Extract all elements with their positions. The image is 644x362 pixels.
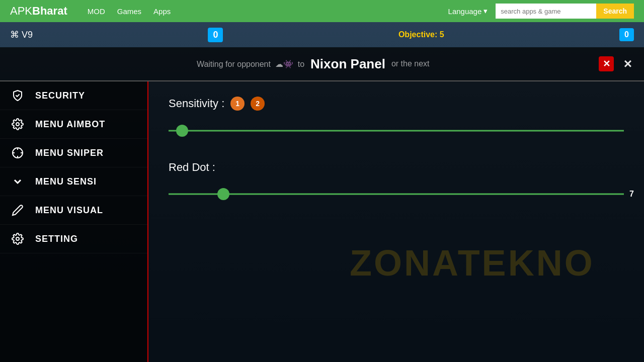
sidebar-item-security[interactable]: SECURITY [0, 81, 147, 110]
sidebar-label-menu-visual: MENU VISUAL [35, 205, 103, 216]
logo-apk: APK [10, 5, 32, 17]
hud-objective: Objective: 5 [398, 30, 444, 39]
sensitivity-section-label: Sensitivity : 1 2 [169, 97, 624, 111]
gear2-icon [10, 233, 25, 245]
nav-mod[interactable]: MOD [88, 7, 105, 16]
panel-header-right-text: or the next [391, 59, 447, 68]
sidebar-item-menu-aimbot[interactable]: MENU AIMBOT [0, 110, 147, 139]
panel-header: Waiting for opponent ☁👾 to Nixon Panel o… [0, 47, 644, 81]
sidebar-label-setting: SETTING [35, 234, 78, 244]
nav-links: MOD Games Apps [88, 7, 448, 16]
chevron-down-icon: ▾ [484, 7, 488, 16]
sidebar-label-menu-sniper: MENU SNIPER [35, 148, 104, 158]
logo: APKBharat [10, 5, 67, 18]
panel-header-left-text: Waiting for opponent ☁👾 to [197, 59, 304, 69]
sidebar-label-menu-sensi: MENU SENSI [35, 176, 97, 187]
red-dot-slider-track [169, 194, 624, 195]
red-dot-slider-container: 7 [169, 189, 624, 199]
sensitivity-slider-container [169, 126, 624, 136]
crosshair-icon [10, 147, 25, 159]
sidebar-label-menu-aimbot: MENU AIMBOT [35, 119, 105, 130]
hud-score-right: 0 [619, 28, 634, 41]
red-dot-label: Red Dot : [169, 161, 215, 174]
sidebar-item-setting[interactable]: SETTING [0, 225, 147, 253]
search-input[interactable] [496, 4, 596, 19]
sensitivity-badge-2: 2 [251, 97, 265, 111]
sensitivity-slider-track [169, 130, 624, 132]
hud-wifi-icon: ⌘ V9 [10, 29, 33, 40]
sidebar-item-menu-visual[interactable]: MENU VISUAL [0, 196, 147, 225]
main-content: ZONATEKNO Sensitivity : 1 2 Red Dot : 7 [148, 81, 644, 362]
panel-close-x-button[interactable]: ✕ [599, 56, 614, 71]
language-label: Language [448, 7, 482, 16]
sensitivity-badge-1: 1 [230, 97, 245, 111]
nav-games[interactable]: Games [117, 7, 141, 16]
search-bar: Search [496, 4, 634, 19]
language-dropdown[interactable]: Language ▾ [448, 7, 488, 16]
sidebar-item-menu-sniper[interactable]: MENU SNIPER [0, 139, 147, 167]
svg-point-6 [16, 237, 19, 240]
logo-bharat: Bharat [32, 5, 67, 17]
sidebar-item-menu-sensi[interactable]: MENU SENSI [0, 167, 147, 196]
gear-icon [10, 118, 25, 130]
sidebar-label-security: SECURITY [35, 90, 85, 101]
search-button[interactable]: Search [596, 4, 634, 19]
panel-title: Nixon Panel [310, 56, 385, 72]
nav-apps[interactable]: Apps [153, 7, 171, 16]
sensitivity-label: Sensitivity : [169, 97, 224, 110]
red-dot-slider-value: 7 [629, 190, 634, 199]
shield-check-icon [10, 89, 25, 102]
red-dot-section-label: Red Dot : [169, 161, 624, 174]
sensitivity-slider-thumb[interactable] [176, 125, 188, 137]
chevron-down-icon [10, 175, 25, 188]
watermark: ZONATEKNO [350, 242, 595, 284]
hud-score: 0 [208, 28, 223, 42]
sidebar: SECURITY MENU AIMBOT [0, 81, 148, 362]
panel-close-button[interactable]: × [624, 56, 632, 72]
pencil-icon [10, 204, 25, 216]
red-dot-slider-thumb[interactable] [217, 188, 229, 200]
game-hud: ⌘ V9 0 Objective: 5 0 [0, 22, 644, 47]
game-area: ⌘ V9 0 Objective: 5 0 Waiting for oppone… [0, 22, 644, 362]
navbar: APKBharat MOD Games Apps Language ▾ Sear… [0, 0, 644, 22]
svg-point-0 [16, 123, 19, 126]
